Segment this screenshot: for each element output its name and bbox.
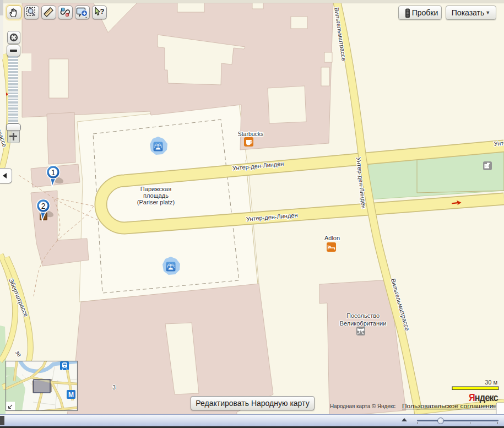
- svg-text:Посольство: Посольство: [346, 312, 380, 319]
- svg-text:1: 1: [51, 168, 56, 177]
- svg-text:Народная карта © Яндекс: Народная карта © Яндекс: [330, 403, 395, 409]
- svg-text:Яндекс: Яндекс: [469, 392, 498, 403]
- svg-text:Starbucks: Starbucks: [238, 131, 264, 137]
- svg-text:3: 3: [112, 384, 116, 391]
- svg-text:Adlon: Adlon: [324, 235, 340, 241]
- svg-text:(Pariser platz): (Pariser platz): [137, 199, 175, 205]
- svg-text:Парижская: Парижская: [140, 186, 171, 192]
- svg-text:Пользовательское соглашение: Пользовательское соглашение: [402, 403, 497, 409]
- svg-text:Великобритании: Великобритании: [340, 320, 387, 327]
- svg-text:M: M: [68, 391, 74, 399]
- svg-text:2: 2: [41, 202, 46, 210]
- svg-text:30 м: 30 м: [485, 379, 497, 386]
- svg-text:?: ?: [100, 7, 105, 15]
- svg-text:площадь: площадь: [143, 192, 169, 199]
